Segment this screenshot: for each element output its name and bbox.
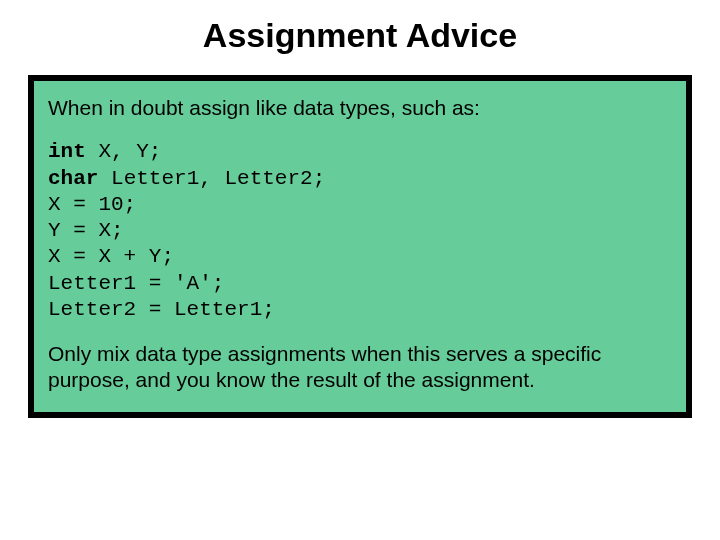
outro-text: Only mix data type assignments when this… (48, 341, 672, 394)
code-block: int X, Y; char Letter1, Letter2; X = 10;… (48, 139, 672, 323)
keyword-char: char (48, 167, 98, 190)
code-line-2-rest: Letter1, Letter2; (98, 167, 325, 190)
code-line-7: Letter2 = Letter1; (48, 298, 275, 321)
slide-title: Assignment Advice (0, 0, 720, 65)
intro-text: When in doubt assign like data types, su… (48, 95, 672, 121)
keyword-int: int (48, 140, 86, 163)
code-line-5: X = X + Y; (48, 245, 174, 268)
code-line-4: Y = X; (48, 219, 124, 242)
code-line-1-rest: X, Y; (86, 140, 162, 163)
code-line-6: Letter1 = 'A'; (48, 272, 224, 295)
slide: Assignment Advice When in doubt assign l… (0, 0, 720, 540)
advice-panel: When in doubt assign like data types, su… (28, 75, 692, 418)
code-line-3: X = 10; (48, 193, 136, 216)
